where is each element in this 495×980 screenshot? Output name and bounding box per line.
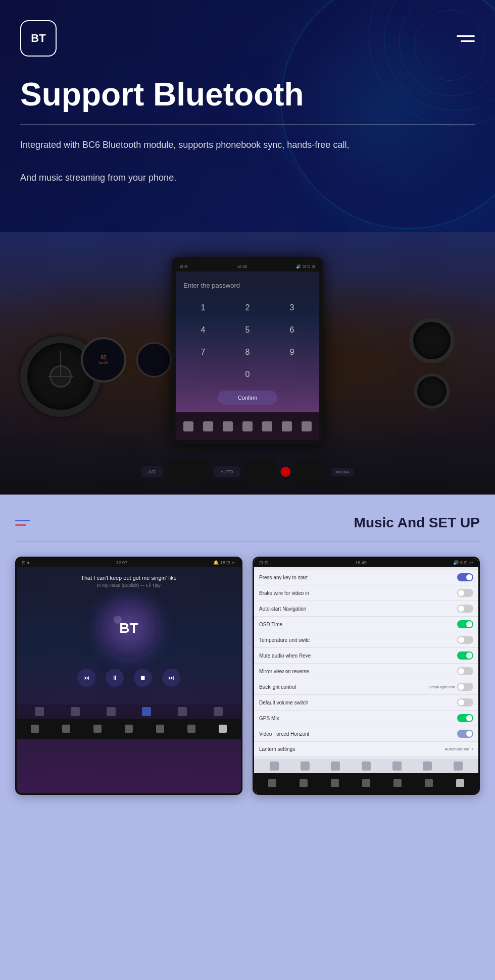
- settings-toggle-video-horiz[interactable]: [457, 730, 473, 738]
- settings-status-icons-left: ⊡ ⊟: [259, 560, 269, 565]
- numpad-2[interactable]: 2: [228, 299, 267, 316]
- car-background: 60km/h ⊡ ⊟ 16:50 🔊 ⊡ ⊡ ⊡ Enter the passw…: [0, 232, 495, 495]
- numpad-0[interactable]: 0: [228, 366, 267, 383]
- settings-toggle-press-any-key[interactable]: [457, 573, 473, 581]
- settings-nav-more[interactable]: [456, 779, 464, 787]
- settings-nav-home[interactable]: [268, 779, 276, 787]
- music-nav-power[interactable]: [62, 725, 70, 733]
- music-ctrl-apps[interactable]: [35, 707, 44, 716]
- bottom-panel: Music And SET UP ⊡ ● 12:07 🔔 18 ⊡ ↩ That…: [0, 495, 495, 980]
- settings-item-mirror-view: Mirror view on reverse: [254, 664, 478, 679]
- settings-label-video-horiz: Video Forced Horizont: [259, 731, 457, 737]
- hamburger-menu-icon[interactable]: [457, 35, 475, 42]
- settings-ctrl-home[interactable]: [270, 761, 279, 771]
- screen-nav-home[interactable]: [183, 421, 193, 431]
- subtitle-line-2: And music streaming from your phone.: [20, 173, 176, 183]
- panel-menu-icon[interactable]: [15, 520, 30, 526]
- screen-nav-ac[interactable]: [262, 421, 272, 431]
- music-ctrl-settings[interactable]: [214, 707, 223, 716]
- settings-toggle-brake-wire[interactable]: [457, 589, 473, 597]
- screen-nav-auto[interactable]: [223, 421, 233, 431]
- music-ctrl-notes[interactable]: [142, 707, 151, 716]
- settings-label-auto-nav: Auto-start Navigation: [259, 606, 457, 612]
- header-section: BT Support Bluetooth Integrated with BC6…: [0, 0, 495, 232]
- screen-bottom-nav: [176, 412, 319, 440]
- music-status-icons-left: ⊡ ●: [22, 560, 30, 565]
- screen-status-bar: ⊡ ⊟ 16:50 🔊 ⊡ ⊡ ⊡: [176, 261, 319, 271]
- settings-status-icons-right: 🔊 8 ⊡ ↩: [453, 560, 473, 565]
- screen-nav-power[interactable]: [203, 421, 213, 431]
- settings-label-backlight: Backlight control: [259, 684, 429, 690]
- music-ctrl-files[interactable]: [178, 707, 187, 716]
- settings-toggle-mirror-view[interactable]: [457, 667, 473, 675]
- settings-ctrl-tools[interactable]: [392, 761, 402, 771]
- numpad-7[interactable]: 7: [183, 344, 223, 361]
- bt-logo-text: BT: [31, 32, 45, 45]
- song-title: That I can't keep out got me singin' lik…: [81, 575, 176, 581]
- settings-ctrl-power[interactable]: [301, 761, 310, 771]
- music-status-time: 12:07: [116, 560, 127, 565]
- screen-nav-more[interactable]: [302, 421, 312, 431]
- settings-label-default-vol: Default volume switch: [259, 700, 457, 705]
- music-ctrl-gallery[interactable]: [71, 707, 80, 716]
- settings-ctrl-rear[interactable]: [362, 761, 371, 771]
- settings-label-gps-mix: GPS Mix: [259, 716, 457, 721]
- settings-nav-ac[interactable]: [425, 779, 433, 787]
- music-nav-dual[interactable]: [156, 725, 164, 733]
- music-nav-rear[interactable]: [125, 725, 133, 733]
- panel-menu-line-1: [15, 520, 30, 521]
- numpad-5[interactable]: 5: [228, 321, 267, 339]
- settings-nav-dual[interactable]: [393, 779, 402, 787]
- settings-nav-rear[interactable]: [362, 779, 370, 787]
- subtitle-text: Integrated with BC6 Bluetooth module, su…: [20, 137, 374, 186]
- panel-divider: [15, 541, 480, 541]
- screen-nav-settings[interactable]: [242, 421, 253, 431]
- settings-item-temp-unit: Temperature unit switc: [254, 632, 478, 648]
- settings-ctrl-user[interactable]: [423, 761, 432, 771]
- confirm-button[interactable]: Confirm: [218, 391, 278, 405]
- settings-ctrl-more[interactable]: [454, 761, 463, 771]
- numpad-1[interactable]: 1: [183, 299, 223, 316]
- settings-toggle-gps-mix[interactable]: [457, 714, 473, 722]
- title-divider: [20, 124, 475, 125]
- panel-title: Music And SET UP: [354, 515, 480, 531]
- settings-nav-auto[interactable]: [331, 779, 339, 787]
- numpad-8[interactable]: 8: [228, 344, 267, 361]
- numpad-6[interactable]: 6: [272, 321, 312, 339]
- settings-ctrl-auto[interactable]: [331, 761, 340, 771]
- settings-toggle-auto-nav[interactable]: [457, 605, 473, 613]
- page-title: Support Bluetooth: [20, 77, 475, 112]
- hamburger-line-1: [457, 35, 475, 37]
- settings-item-gps-mix: GPS Mix: [254, 711, 478, 726]
- settings-toggle-osd-time[interactable]: [457, 620, 473, 628]
- settings-toggle-backlight[interactable]: [457, 683, 473, 691]
- music-nav-ac[interactable]: [187, 725, 195, 733]
- music-nav-auto[interactable]: [93, 725, 102, 733]
- numpad-4[interactable]: 4: [183, 321, 223, 339]
- music-nav-more[interactable]: [219, 725, 227, 733]
- settings-item-auto-nav: Auto-start Navigation: [254, 601, 478, 617]
- settings-toggle-temp-unit[interactable]: [457, 636, 473, 644]
- chevron-right-icon[interactable]: ›: [471, 745, 473, 752]
- settings-toggle-mute-reverse[interactable]: [457, 651, 473, 660]
- numpad-3[interactable]: 3: [272, 299, 312, 316]
- settings-controls-row: [254, 759, 478, 773]
- settings-toggle-default-vol[interactable]: [457, 698, 473, 706]
- car-section: 60km/h ⊡ ⊟ 16:50 🔊 ⊡ ⊡ ⊡ Enter the passw…: [0, 232, 495, 495]
- settings-label-press-any-key: Press any key to start: [259, 575, 457, 580]
- screen-nav-user[interactable]: [282, 421, 292, 431]
- music-nav-home[interactable]: [31, 725, 39, 733]
- numpad-9[interactable]: 9: [272, 344, 312, 361]
- hamburger-line-2: [461, 40, 475, 42]
- numpad-empty-1: [183, 366, 223, 383]
- forward-button[interactable]: ⏭: [162, 669, 180, 687]
- settings-label-lantern: Lantern settings: [259, 746, 445, 752]
- music-ctrl-clock[interactable]: [107, 707, 116, 716]
- rewind-button[interactable]: ⏮: [77, 669, 95, 687]
- settings-nav-power[interactable]: [300, 779, 308, 787]
- panel-menu-line-2: [15, 524, 26, 526]
- settings-item-default-vol: Default volume switch: [254, 695, 478, 711]
- settings-lantern-value: Automatic loo: [445, 747, 469, 751]
- music-content: That I can't keep out got me singin' lik…: [17, 567, 241, 704]
- settings-phone-screen: ⊡ ⊟ 16:49 🔊 8 ⊡ ↩ Press any key to start…: [253, 557, 480, 795]
